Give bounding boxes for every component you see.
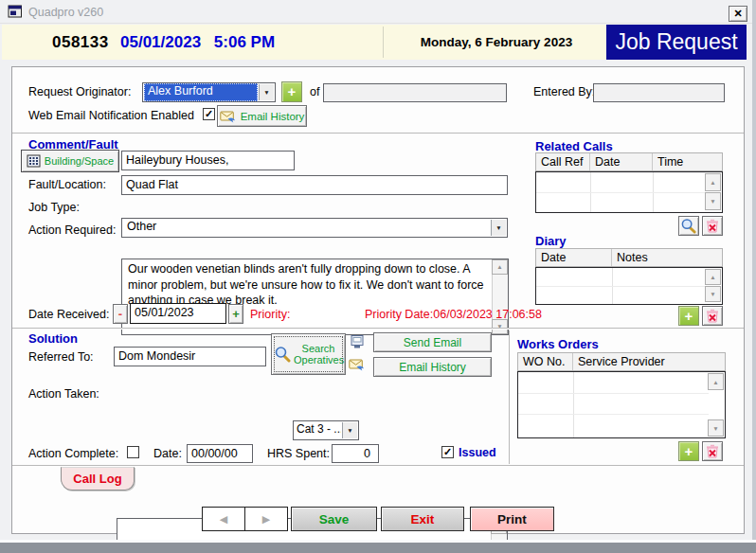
works-orders-header: WO No. Service Provider xyxy=(517,352,726,371)
completion-date-field[interactable]: 00/00/00 xyxy=(187,444,253,463)
fault-location-label: Fault/Location: xyxy=(28,178,106,191)
form-title: Job Request xyxy=(606,25,747,60)
diary-delete-button[interactable] xyxy=(702,306,723,326)
app-window: Quadpro v260 ✕ 058133 05/01/2023 5:06 PM… xyxy=(0,0,756,553)
scroll-down-icon[interactable]: ▼ xyxy=(492,319,508,334)
column-header: Call Ref xyxy=(536,153,590,170)
priority-select[interactable]: Cat 3 - ... ▼ xyxy=(293,420,359,440)
section-divider xyxy=(12,133,744,134)
priority-date-label: Priority Date: xyxy=(365,308,433,321)
grid-line xyxy=(536,192,706,193)
action-required-text: Our wooden venetian blinds aren't fully … xyxy=(128,262,484,307)
related-calls-list[interactable]: ▲ ▼ xyxy=(535,171,723,213)
date-minus-button[interactable]: - xyxy=(113,304,128,324)
action-complete-label: Action Complete: xyxy=(28,447,118,460)
search-operatives-button[interactable]: Search Operatives xyxy=(271,333,346,375)
referred-to-field[interactable]: Dom Mondesir xyxy=(114,347,266,366)
save-button[interactable]: Save xyxy=(291,507,377,531)
header-datetime: 05/01/2023 5:06 PM xyxy=(120,33,275,52)
chevron-down-icon[interactable]: ▼ xyxy=(491,220,506,236)
tab-call-log[interactable]: Call Log xyxy=(61,467,135,491)
entered-by-label: Entered By: xyxy=(533,85,595,98)
request-originator-value: Alex Burford xyxy=(144,83,258,101)
title-bar xyxy=(0,0,756,24)
scroll-up-icon[interactable]: ▲ xyxy=(708,373,724,390)
action-complete-checkbox[interactable] xyxy=(127,446,139,458)
scroll-up-icon[interactable]: ▲ xyxy=(705,269,721,285)
job-type-value: Other xyxy=(123,219,490,237)
action-taken-label: Action Taken: xyxy=(28,387,99,401)
building-space-button-label: Building/Space xyxy=(45,155,114,167)
email-history-button-label: Email History xyxy=(399,361,466,374)
action-required-label: Action Required: xyxy=(28,223,116,237)
diary-header: Date Notes xyxy=(535,248,723,267)
nav-previous-button[interactable]: ◀ xyxy=(202,507,245,531)
close-button[interactable]: ✕ xyxy=(729,6,747,22)
send-email-button[interactable]: Send Email xyxy=(373,332,492,352)
header-time: 5:06 PM xyxy=(214,33,275,51)
chevron-down-icon[interactable]: ▼ xyxy=(259,84,274,100)
trash-delete-icon xyxy=(705,309,720,324)
building-space-button[interactable]: Building/Space xyxy=(21,150,119,172)
email-history-button-label: Email History xyxy=(241,111,305,122)
scroll-up-icon[interactable]: ▲ xyxy=(492,259,508,275)
works-orders-title: Works Orders xyxy=(517,337,599,351)
job-type-select[interactable]: Other ▼ xyxy=(121,218,508,238)
column-header: WO No. xyxy=(518,353,573,370)
send-email-button-label: Send Email xyxy=(404,336,461,349)
referred-to-label: Referred To: xyxy=(28,350,94,364)
chevron-down-icon[interactable]: ▼ xyxy=(342,422,357,438)
email-history-icon xyxy=(349,358,366,374)
job-number: 058133 xyxy=(52,33,109,52)
scroll-down-icon[interactable]: ▼ xyxy=(705,192,721,210)
diary-add-button[interactable]: + xyxy=(678,306,699,326)
of-field[interactable] xyxy=(323,83,507,102)
header-day-date: Monday, 6 February 2023 xyxy=(388,25,604,60)
date-received-field[interactable]: 05/01/2023 xyxy=(130,303,226,324)
scroll-down-icon[interactable]: ▼ xyxy=(708,419,724,437)
diary-list[interactable]: ▲ ▼ xyxy=(535,267,723,305)
works-orders-list[interactable]: ▲ ▼ xyxy=(517,371,726,438)
email-history-button-solution[interactable]: Email History xyxy=(373,357,492,377)
related-calls-delete-button[interactable] xyxy=(702,216,723,236)
grid-line xyxy=(573,372,574,437)
fault-location-field[interactable]: Quad Flat xyxy=(121,175,508,195)
column-header: Date xyxy=(536,249,612,266)
issued-checkbox[interactable]: ✓ xyxy=(441,446,454,458)
grid-line xyxy=(536,286,706,287)
request-originator-select[interactable]: Alex Burford ▼ xyxy=(142,82,276,102)
related-calls-title: Related Calls xyxy=(535,139,613,153)
hrs-spent-field[interactable]: 0 xyxy=(332,444,379,463)
add-originator-button[interactable]: + xyxy=(281,81,302,102)
search-operatives-button-label: Search Operatives xyxy=(294,343,343,366)
column-header: Notes xyxy=(612,249,722,266)
column-header: Time xyxy=(653,153,722,170)
scroll-up-icon[interactable]: ▲ xyxy=(705,173,721,191)
priority-date-value: 06/03/2023 17:06:58 xyxy=(433,308,542,321)
priority-value: Cat 3 - ... xyxy=(295,421,341,439)
exit-button[interactable]: Exit xyxy=(381,507,464,531)
date-plus-button[interactable]: + xyxy=(228,304,243,324)
priority-label: Priority: xyxy=(250,308,290,321)
building-icon xyxy=(27,154,41,168)
grid-line xyxy=(518,393,709,394)
priority-date: Priority Date:06/03/2023 17:06:58 xyxy=(365,308,542,321)
building-field[interactable]: Haileybury Houses, xyxy=(121,151,295,170)
web-email-checkbox[interactable]: ✓ xyxy=(203,108,215,120)
entered-by-field[interactable] xyxy=(593,83,725,102)
window-title: Quadpro v260 xyxy=(28,6,103,19)
section-divider-vertical xyxy=(509,330,511,464)
issued-label: Issued xyxy=(459,446,496,459)
diary-title: Diary xyxy=(535,234,567,248)
print-button[interactable]: Print xyxy=(470,507,554,531)
works-orders-delete-button[interactable] xyxy=(702,441,723,461)
email-history-button[interactable]: Email History xyxy=(217,105,307,127)
column-header: Service Provider xyxy=(573,353,725,370)
scroll-down-icon[interactable]: ▼ xyxy=(705,286,721,302)
works-orders-add-button[interactable]: + xyxy=(678,441,699,461)
trash-delete-icon xyxy=(705,444,720,459)
grid-line xyxy=(518,414,709,415)
job-type-label: Job Type: xyxy=(28,201,80,214)
nav-next-button[interactable]: ▶ xyxy=(244,507,288,531)
related-calls-search-button[interactable] xyxy=(678,216,699,236)
